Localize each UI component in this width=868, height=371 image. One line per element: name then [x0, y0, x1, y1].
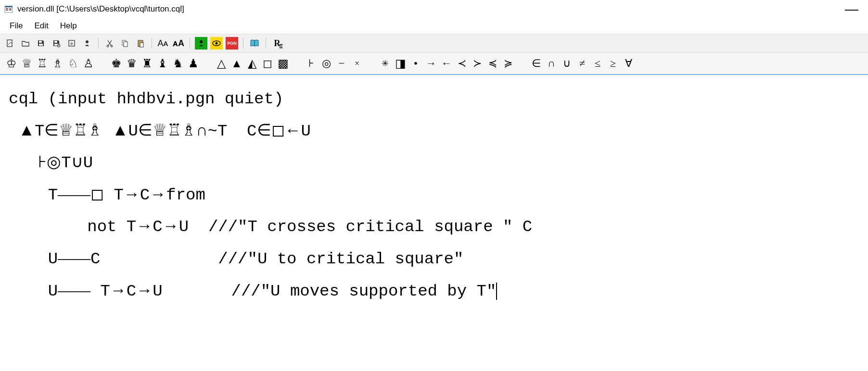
toolbar-separator: [243, 38, 243, 49]
succeq-icon[interactable]: ≽: [500, 55, 516, 72]
black-pawn-icon[interactable]: ♟: [186, 55, 201, 72]
leq-icon[interactable]: ≤: [590, 55, 605, 72]
tack-icon[interactable]: ⊦: [303, 55, 319, 72]
svg-rect-2: [6, 8, 8, 9]
minimize-button[interactable]: —: [839, 7, 864, 12]
help-book-button[interactable]: [248, 37, 261, 49]
black-knight-icon[interactable]: ♞: [170, 55, 186, 72]
triangle-filled-icon[interactable]: ▲: [229, 55, 244, 72]
app-icon: [4, 4, 13, 14]
white-rook-icon[interactable]: ♖: [35, 55, 50, 72]
svg-rect-8: [54, 41, 57, 43]
code-editor[interactable]: cql (input hhdbvi.pgn quiet) ▲T∈♕♖♗ ▲U∈♕…: [0, 75, 868, 315]
black-queen-icon[interactable]: ♛: [124, 55, 140, 72]
arrow-left-icon[interactable]: ←: [439, 55, 454, 72]
white-queen-icon[interactable]: ♕: [19, 55, 35, 72]
forall-icon[interactable]: ∀: [621, 55, 636, 72]
svg-rect-19: [140, 40, 141, 41]
asterisk-icon[interactable]: ✳: [377, 55, 393, 72]
cut-button[interactable]: [103, 37, 116, 49]
succ-icon[interactable]: ≻: [470, 55, 485, 72]
paste-button[interactable]: [134, 37, 147, 49]
menu-file[interactable]: File: [4, 19, 28, 33]
toolbar-separator: [190, 38, 190, 49]
svg-rect-4: [9, 8, 12, 11]
bullseye-icon[interactable]: ◎: [319, 55, 334, 72]
svg-rect-20: [140, 43, 143, 47]
view-button[interactable]: [210, 37, 223, 49]
element-of-icon[interactable]: ∈: [528, 55, 544, 72]
pawn-button[interactable]: [81, 37, 93, 49]
svg-rect-17: [124, 42, 128, 47]
symbol-toolbar: ♔ ♕ ♖ ♗ ♘ ♙ ♚ ♛ ♜ ♝ ♞ ♟ △ ▲ ◭ ◻ ▩ ⊦ ◎ − …: [0, 53, 868, 75]
svg-rect-7: [39, 44, 43, 46]
white-bishop-icon[interactable]: ♗: [50, 55, 65, 72]
triangle-half-icon[interactable]: ◭: [244, 55, 260, 72]
export-button[interactable]: [65, 37, 78, 49]
prec-icon[interactable]: ≺: [454, 55, 470, 72]
white-king-icon[interactable]: ♔: [4, 55, 19, 72]
menu-help[interactable]: Help: [54, 19, 83, 33]
svg-point-13: [86, 40, 89, 43]
times-icon[interactable]: ×: [349, 55, 365, 72]
black-rook-icon[interactable]: ♜: [140, 55, 155, 72]
black-king-icon[interactable]: ♚: [109, 55, 124, 72]
square-outline-icon[interactable]: ◻: [260, 55, 275, 72]
new-file-button[interactable]: [4, 37, 16, 49]
copy-button[interactable]: [119, 37, 131, 49]
save-button[interactable]: [35, 37, 47, 49]
preceq-icon[interactable]: ≼: [485, 55, 500, 72]
save-as-button[interactable]: R: [50, 37, 63, 49]
title-bar: version.dll [C:\Users\s\Desktop\vcql\tur…: [0, 0, 868, 18]
pgn-button[interactable]: PGN: [226, 37, 238, 49]
ri-button[interactable]: R: [271, 37, 283, 49]
font-increase-button[interactable]: ᴀA: [172, 37, 185, 49]
text-cursor: [496, 283, 497, 300]
checkerboard-icon[interactable]: ▩: [275, 55, 291, 72]
bullet-icon[interactable]: •: [408, 55, 423, 72]
svg-text:R: R: [58, 44, 60, 47]
geq-icon[interactable]: ≥: [605, 55, 621, 72]
window-title: version.dll [C:\Users\s\Desktop\vcql\tur…: [17, 4, 184, 14]
svg-rect-6: [39, 41, 42, 43]
arrow-right-icon[interactable]: →: [423, 55, 439, 72]
union-icon[interactable]: ∪: [559, 55, 574, 72]
toolbar-separator: [98, 38, 99, 49]
font-decrease-button[interactable]: Aᴀ: [157, 37, 169, 49]
triangle-outline-icon[interactable]: △: [214, 55, 229, 72]
open-file-button[interactable]: [19, 37, 32, 49]
run-button[interactable]: [195, 37, 207, 49]
toolbar-separator: [152, 38, 152, 49]
menu-bar: File Edit Help: [0, 18, 868, 34]
svg-point-21: [200, 40, 203, 43]
half-square-icon[interactable]: ◨: [393, 55, 408, 72]
white-knight-icon[interactable]: ♘: [65, 55, 81, 72]
not-equal-icon[interactable]: ≠: [574, 55, 590, 72]
main-toolbar: R Aᴀ ᴀA PGN R: [0, 34, 868, 53]
black-bishop-icon[interactable]: ♝: [155, 55, 170, 72]
svg-rect-3: [6, 10, 8, 11]
white-pawn-icon[interactable]: ♙: [81, 55, 96, 72]
svg-point-23: [216, 42, 218, 45]
toolbar-separator: [266, 38, 266, 49]
minus-icon[interactable]: −: [334, 55, 349, 72]
intersection-icon[interactable]: ∩: [544, 55, 559, 72]
menu-edit[interactable]: Edit: [28, 19, 54, 33]
